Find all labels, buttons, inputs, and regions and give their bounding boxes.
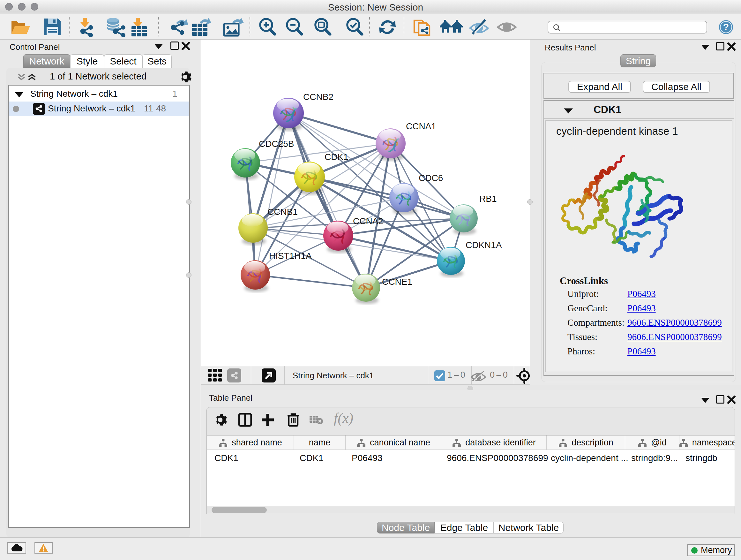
svg-text:CCNA1: CCNA1 bbox=[406, 121, 436, 131]
svg-text:CCNB2: CCNB2 bbox=[303, 92, 333, 102]
svg-text:?: ? bbox=[723, 22, 729, 32]
svg-text:HIST1H1A: HIST1H1A bbox=[269, 251, 312, 261]
svg-text:CDC6: CDC6 bbox=[419, 173, 443, 183]
svg-text:CDC25B: CDC25B bbox=[259, 139, 294, 149]
svg-text:CCNB1: CCNB1 bbox=[267, 207, 298, 217]
svg-text:CCNA2: CCNA2 bbox=[353, 216, 383, 226]
svg-text:CDKN1A: CDKN1A bbox=[466, 240, 502, 250]
svg-text:CDK1: CDK1 bbox=[325, 152, 348, 162]
svg-text:CCNE1: CCNE1 bbox=[382, 277, 412, 287]
svg-text:RB1: RB1 bbox=[479, 194, 496, 204]
